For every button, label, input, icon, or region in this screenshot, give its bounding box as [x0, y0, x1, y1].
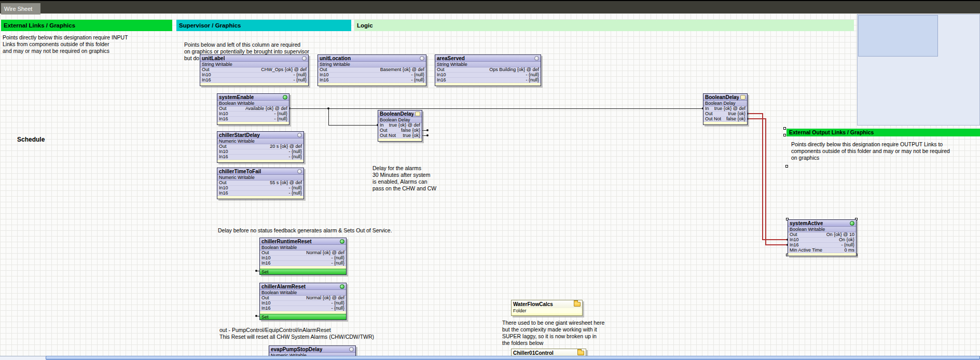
- note-line: Links from components outside of this fo…: [3, 41, 128, 48]
- set-action-row[interactable]: Set: [260, 269, 346, 274]
- banner-external-output-links[interactable]: External Output Links / Graphics: [786, 129, 980, 136]
- note-alarm-delay[interactable]: Delay for the alarms 30 Minutes after sy…: [372, 165, 436, 192]
- block-row-out[interactable]: Out20 s {ok} @ def: [217, 144, 303, 149]
- tab-wire-sheet[interactable]: Wire Sheet: [1, 3, 40, 15]
- block-row-out[interactable]: OutOps Building {ok} @ def: [435, 67, 541, 73]
- writable-status-icon: [297, 169, 302, 174]
- function-block-areaserved[interactable]: areaServed String Writable OutOps Buildi…: [435, 54, 541, 86]
- block-title: BooleanDelay: [705, 94, 739, 100]
- block-row-in16[interactable]: In16- {null}: [260, 261, 346, 266]
- wire-bd2-outnot-h[interactable]: [748, 118, 766, 119]
- wire-bd2-outnot-to-systemactive[interactable]: [765, 244, 788, 245]
- function-block-unitlabel[interactable]: unitLabel String Writable OutCHW_Ops {ok…: [200, 54, 309, 86]
- block-row-in16[interactable]: In16- {null}: [217, 191, 303, 196]
- block-row-in10[interactable]: In10- {null}: [200, 73, 308, 78]
- block-row-out[interactable]: OutCHW_Ops {ok} @ def: [200, 67, 308, 73]
- block-row-in10[interactable]: In10- {null}: [217, 149, 303, 155]
- block-footer: [217, 196, 303, 199]
- block-header[interactable]: chillerTimeToFail: [217, 168, 303, 175]
- block-row-in16[interactable]: In16- {null}: [260, 306, 346, 311]
- function-block-systemactive[interactable]: systemActive Boolean Writable OutOn {ok}…: [788, 219, 857, 256]
- block-title: unitLocation: [320, 56, 351, 61]
- note-output-links[interactable]: Points directly below this designation r…: [791, 141, 950, 161]
- function-block-chillerruntimereset[interactable]: chillerRuntimeReset Boolean Writable Out…: [259, 238, 347, 275]
- block-row-outnot[interactable]: Out Nottrue {ok}: [378, 133, 422, 139]
- row-label: In16: [790, 243, 799, 247]
- pin-wire-junction[interactable]: [327, 107, 329, 109]
- block-row-in16[interactable]: In16- {null}: [217, 117, 289, 122]
- function-block-chilleralarmreset[interactable]: chillerAlarmReset Boolean Writable OutNo…: [259, 283, 347, 320]
- block-row-minactivetime[interactable]: Min Active Time0 ms: [788, 248, 856, 253]
- row-label: Out: [790, 232, 797, 237]
- wire-branch-to-booleandelay1[interactable]: [328, 125, 378, 126]
- block-row-in10[interactable]: In10- {null}: [217, 186, 303, 191]
- row-value: - {null}: [331, 256, 344, 260]
- block-row-out[interactable]: Out55 s {ok} @ def: [217, 181, 303, 186]
- function-block-unitlocation[interactable]: unitLocation String Writable OutBasement…: [318, 54, 426, 86]
- note-status-feedback[interactable]: Delay before no status feedback generate…: [218, 227, 392, 234]
- folder-header[interactable]: WaterFlowCalcs: [512, 300, 582, 308]
- block-header[interactable]: chillerAlarmReset: [260, 283, 346, 290]
- pin-runtimereset-set[interactable]: [255, 270, 257, 272]
- row-value: On {ok}: [839, 238, 854, 242]
- block-row-in10[interactable]: In10- {null}: [217, 112, 289, 117]
- banner-logic[interactable]: Logic: [354, 20, 854, 31]
- block-header[interactable]: unitLabel: [200, 55, 308, 62]
- pin-alarmreset-set[interactable]: [255, 315, 257, 317]
- block-header[interactable]: systemEnable: [217, 94, 289, 101]
- block-row-outnot[interactable]: Out Notfalse {ok}: [703, 117, 747, 122]
- wire-bd2-out-h[interactable]: [748, 113, 763, 114]
- block-row-out[interactable]: OutNormal {ok} @ def: [260, 296, 346, 301]
- canvas-overlay-inner[interactable]: [858, 15, 938, 57]
- wire-systemenable-to-booleandelay2[interactable]: [291, 108, 703, 109]
- note-wiresheet-history[interactable]: There used to be one giant wiresheet her…: [502, 320, 604, 347]
- function-block-systemenable[interactable]: systemEnable Boolean Writable OutAvailab…: [217, 93, 289, 125]
- block-row-in16[interactable]: In16- {null}: [435, 78, 541, 83]
- block-header[interactable]: chillerRuntimeReset: [260, 238, 346, 245]
- note-line: Points directly below this designation r…: [791, 141, 950, 148]
- note-alarm-reset[interactable]: out - PumpControl/EquipControl/inAlarmRe…: [219, 327, 374, 340]
- block-header[interactable]: BooleanDelay: [703, 94, 747, 101]
- block-row-out[interactable]: OutAvailable {ok} @ def: [217, 106, 289, 112]
- block-row-in16[interactable]: In16- {null}: [318, 78, 426, 83]
- folder-block-waterflowcalcs[interactable]: WaterFlowCalcs Folder: [511, 300, 583, 316]
- function-block-booleandelay-1[interactable]: BooleanDelay Boolean Delay Intrue {ok} @…: [378, 110, 422, 142]
- block-row-out[interactable]: OutNormal {ok} @ def: [260, 251, 346, 256]
- function-block-booleandelay-2[interactable]: BooleanDelay Boolean Delay Intrue {ok} @…: [703, 93, 748, 125]
- block-row-in10[interactable]: In10- {null}: [260, 301, 346, 306]
- banner-external-links[interactable]: External Links / Graphics: [1, 20, 172, 31]
- block-row-in10[interactable]: In10- {null}: [260, 256, 346, 261]
- selection-handle[interactable]: [783, 127, 786, 130]
- wire-bd2-out-v[interactable]: [762, 113, 763, 240]
- block-header[interactable]: systemActive: [788, 220, 856, 227]
- block-header[interactable]: unitLocation: [318, 55, 426, 62]
- function-block-chillertimetofail[interactable]: chillerTimeToFail Numeric Writable Out55…: [217, 168, 304, 199]
- block-row-in10[interactable]: In10- {null}: [435, 73, 541, 78]
- function-block-chillerstartdelay[interactable]: chillerStartDelay Numeric Writable Out20…: [217, 131, 304, 163]
- block-row-out[interactable]: OutBasement {ok} @ def: [318, 67, 426, 73]
- horizontal-scrollbar-thumb[interactable]: [46, 356, 980, 360]
- pin-booleandelay1-out[interactable]: [426, 129, 429, 131]
- block-header[interactable]: evapPumpStopDelay: [269, 346, 355, 353]
- block-header[interactable]: chillerStartDelay: [217, 132, 303, 139]
- note-input-links[interactable]: Points directly below this designation r…: [3, 34, 128, 54]
- selection-handle[interactable]: [785, 165, 788, 168]
- writable-status-icon: [340, 239, 344, 244]
- folder-title: Chiller01Control: [513, 350, 554, 356]
- pin-booleandelay1-outnot[interactable]: [426, 134, 429, 136]
- set-action-row[interactable]: Set: [260, 314, 346, 320]
- block-row-in10[interactable]: In10- {null}: [318, 73, 426, 78]
- block-header[interactable]: BooleanDelay: [378, 110, 422, 117]
- schedule-label[interactable]: Schedule: [17, 136, 45, 143]
- banner-supervisor[interactable]: Supervisor / Graphics: [176, 20, 351, 31]
- row-value: - {null}: [841, 243, 854, 247]
- block-header[interactable]: areaServed: [435, 55, 541, 62]
- wire-branch-vertical[interactable]: [328, 108, 329, 125]
- row-value: Basement {ok} @ def: [380, 67, 424, 72]
- block-row-in16[interactable]: In16- {null}: [200, 78, 308, 83]
- row-value: - {null}: [288, 155, 302, 159]
- selection-handle[interactable]: [783, 134, 786, 136]
- wire-bd2-outnot-v[interactable]: [765, 118, 766, 245]
- block-title: chillerTimeToFail: [219, 169, 261, 174]
- block-row-in16[interactable]: In16- {null}: [217, 155, 303, 160]
